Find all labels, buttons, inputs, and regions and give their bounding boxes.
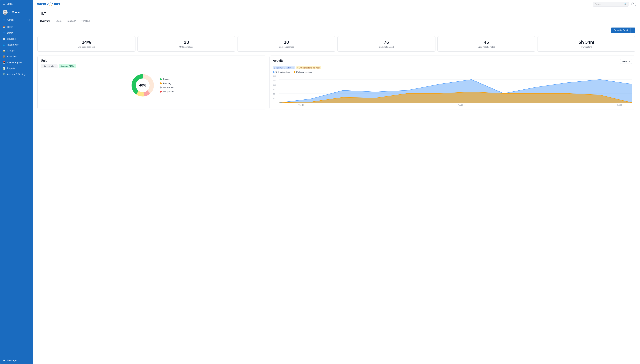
reports-chevron: › [30, 67, 30, 69]
back-button[interactable]: ← [37, 12, 40, 15]
sidebar-item-courses[interactable]: 📋 Courses [0, 36, 33, 42]
unit-card-title: Unit [41, 59, 263, 62]
page-title: ILT [41, 12, 46, 16]
sidebar-item-label: Events engine [7, 61, 22, 64]
stat-training-time: 5h 34m Training time [537, 36, 635, 52]
users-icon: 👤 [3, 32, 6, 34]
stat-value: 34% [40, 40, 133, 45]
sidebar-item-label: Home [7, 26, 13, 28]
stat-value: 45 [440, 40, 533, 45]
passed-badge: 5 passed (40%) [59, 64, 76, 68]
sidebar-item-talentskills[interactable]: 🌐 TalentSkills [0, 42, 33, 48]
x-axis-labels: Tue 18 Thu 20 Sat 21 [279, 103, 632, 106]
export-label: Export in Excel [611, 28, 630, 33]
export-row: Export in Excel ▾ [37, 28, 635, 33]
home-icon: 🏠 [3, 26, 6, 28]
stat-label: Units not passed [340, 46, 433, 48]
not-passed-dot [160, 90, 162, 92]
logo-text: talent [37, 2, 46, 6]
search-input[interactable] [595, 3, 623, 6]
stat-completed: 23 Units completed [137, 36, 236, 52]
settings-chevron: › [30, 73, 30, 75]
messages-button[interactable]: ✉️ Messages [0, 357, 33, 364]
activity-header: Activity Week ▾ [273, 59, 632, 64]
tab-timeline[interactable]: Timeline [79, 18, 93, 24]
sidebar-item-reports[interactable]: 📊 Reports › [0, 65, 33, 71]
week-label: Week [622, 60, 628, 62]
y-axis-labels: 180 150 120 90 60 30 [273, 75, 276, 102]
breadcrumb: ← ILT [37, 12, 635, 16]
sidebar-item-account-settings[interactable]: ⚙️ Account & Settings › [0, 71, 33, 77]
courses-icon: 📋 [3, 38, 6, 40]
unit-card: Unit 15 registrations 5 passed (40%) [37, 56, 266, 110]
legend-item-not-passed: Not passed [160, 90, 174, 93]
search-box[interactable]: 🔍 [593, 2, 629, 6]
topbar-right: 🔍 ? [593, 2, 636, 6]
donut-chart: 40% [130, 72, 156, 98]
stat-value: 10 [240, 40, 333, 45]
topbar: talent lms 🔍 ? [33, 0, 640, 8]
sidebar-item-label: Branches [7, 55, 17, 58]
admin-section[interactable]: 👤 Admin › [0, 17, 33, 23]
sidebar-item-groups[interactable]: 🏠 Groups [0, 48, 33, 54]
pending-dot [160, 82, 162, 84]
tab-users[interactable]: Users [53, 18, 64, 24]
stat-label: Units in progress [240, 46, 333, 48]
admin-label: Admin [7, 18, 14, 21]
legend-item-pending: Pending [160, 82, 174, 84]
logo: talent lms [37, 2, 60, 6]
logo-lms: lms [54, 2, 60, 6]
week-chevron-icon: ▾ [629, 60, 630, 62]
menu-button[interactable]: ☰ Menu [0, 0, 33, 8]
passed-dot [160, 78, 162, 80]
stat-in-progress: 10 Units in progress [237, 36, 335, 52]
branches-icon: 📦 [3, 55, 6, 58]
sidebar-item-events-engine[interactable]: 📅 Events engine › [0, 60, 33, 65]
svg-point-1 [4, 11, 6, 12]
sidebar-item-label: TalentSkills [7, 44, 19, 46]
stat-value: 76 [340, 40, 433, 45]
chart-legend-row: Unit registrations Units completions [273, 71, 632, 73]
stat-not-attempted: 45 Units not attempted [438, 36, 536, 52]
sidebar-nav: 🏠 Home 👤 Users 📋 Courses 🌐 TalentSkills [0, 23, 33, 357]
export-excel-button[interactable]: Export in Excel ▾ [611, 28, 635, 33]
sidebar-item-users[interactable]: 👤 Users [0, 30, 33, 36]
svg-point-2 [4, 13, 7, 15]
groups-icon: 🏠 [3, 49, 6, 52]
legend-item-not-started: Not started [160, 86, 174, 88]
sidebar-item-branches[interactable]: 📦 Branches [0, 54, 33, 60]
legend-completions: Units completions [294, 71, 312, 73]
activity-card-title: Activity [273, 59, 284, 62]
sidebar-item-label: Reports [7, 67, 15, 70]
sidebar-item-label: Users [7, 32, 13, 34]
stat-label: Unit completion rate [40, 46, 133, 48]
user-profile[interactable]: J. Cooper [0, 8, 33, 17]
pending-label: Pending [163, 82, 171, 84]
admin-chevron: › [29, 18, 30, 21]
stat-not-passed: 76 Units not passed [337, 36, 436, 52]
stat-value: 23 [140, 40, 233, 45]
sidebar: ☰ Menu J. Cooper 👤 Admin › 🏠 Home [0, 0, 33, 364]
week-select[interactable]: Week ▾ [620, 59, 632, 64]
unit-badges: 15 registrations 5 passed (40%) [41, 64, 263, 68]
not-started-label: Not started [163, 86, 173, 88]
search-icon: 🔍 [624, 3, 627, 6]
stat-label: Units not attempted [440, 46, 533, 48]
logo-cloud-icon [47, 2, 53, 6]
help-button[interactable]: ? [631, 2, 636, 6]
legend-item-passed: Passed [160, 78, 174, 80]
menu-icon: ☰ [3, 2, 5, 6]
chart-area: 180 150 120 90 60 30 [273, 75, 632, 106]
sidebar-item-label: Groups [7, 49, 15, 52]
sidebar-item-home[interactable]: 🏠 Home [0, 24, 33, 30]
messages-label: Messages [7, 359, 18, 362]
donut-center-label: 40% [139, 83, 146, 88]
stat-label: Units completed [140, 46, 233, 48]
admin-icon: 👤 [3, 18, 6, 21]
completions-legend-label: Units completions [296, 71, 312, 73]
not-started-dot [160, 86, 162, 88]
tab-overview[interactable]: Overview [37, 18, 53, 24]
tab-sessions[interactable]: Sessions [64, 18, 79, 24]
stat-completion-rate: 34% Unit completion rate [37, 36, 135, 52]
chart-legend: Passed Pending Not started Not pass [160, 78, 174, 93]
